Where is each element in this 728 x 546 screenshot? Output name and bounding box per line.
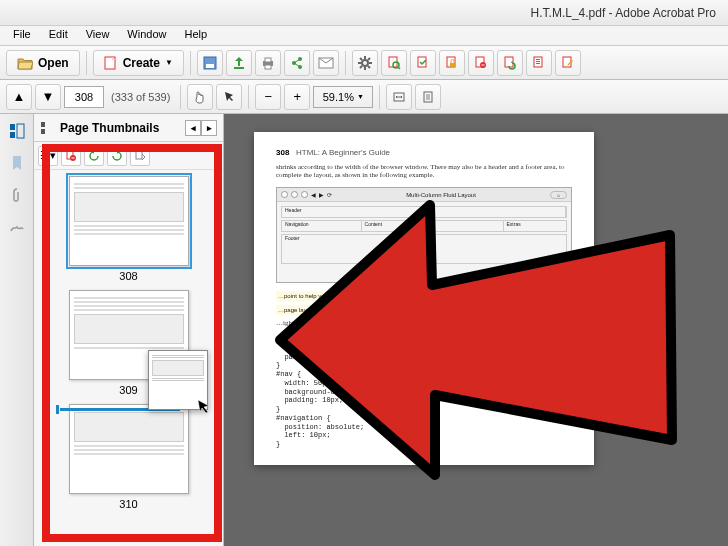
svg-rect-24 bbox=[563, 57, 571, 67]
svg-rect-31 bbox=[41, 122, 45, 127]
body-paragraph: shrinks according to the width of the br… bbox=[276, 163, 572, 179]
gear-icon[interactable] bbox=[352, 50, 378, 76]
svg-point-11 bbox=[362, 60, 368, 66]
caption: …ight look like: bbox=[276, 319, 572, 327]
select-tool-icon[interactable] bbox=[216, 84, 242, 110]
nav-toolbar: ▲ ▼ (333 of 539) − + 59.1% ▼ bbox=[0, 80, 728, 114]
thumbnail-310[interactable]: 310 bbox=[44, 404, 213, 510]
page-number: 308 bbox=[276, 148, 289, 157]
menu-file[interactable]: File bbox=[4, 26, 40, 45]
svg-rect-22 bbox=[536, 61, 540, 62]
cursor-icon bbox=[197, 399, 209, 415]
embedded-browser-figure: ◀▶⟳ Multi-Column Fluid Layout ⌂ Header N… bbox=[276, 187, 572, 283]
doc-form-icon[interactable] bbox=[526, 50, 552, 76]
svg-rect-35 bbox=[136, 151, 142, 159]
callout-2: …page layout, the following shows what t… bbox=[276, 305, 572, 315]
zoom-out-icon[interactable]: − bbox=[255, 84, 281, 110]
prev-thumb-icon[interactable]: ◂ bbox=[185, 120, 201, 136]
hand-tool-icon[interactable] bbox=[187, 84, 213, 110]
chapter-title: HTML: A Beginner's Guide bbox=[296, 148, 390, 157]
delete-page-icon[interactable] bbox=[61, 146, 81, 166]
doc-refresh-icon[interactable] bbox=[497, 50, 523, 76]
menu-view[interactable]: View bbox=[77, 26, 119, 45]
page-up-icon[interactable]: ▲ bbox=[6, 84, 32, 110]
open-label: Open bbox=[38, 56, 69, 70]
thumb-label: 310 bbox=[44, 498, 213, 510]
code-block: #header { margin: 10px 10px 0px 10px; pa… bbox=[276, 335, 572, 449]
doc-cancel-icon[interactable] bbox=[468, 50, 494, 76]
thumbnail-308[interactable]: 308 bbox=[44, 176, 213, 282]
menubar: File Edit View Window Help bbox=[0, 26, 728, 46]
svg-rect-23 bbox=[536, 63, 540, 64]
fit-width-icon[interactable] bbox=[386, 84, 412, 110]
menu-window[interactable]: Window bbox=[118, 26, 175, 45]
rotate-cw-icon[interactable] bbox=[107, 146, 127, 166]
bookmarks-tab-icon[interactable] bbox=[6, 152, 28, 174]
attachments-tab-icon[interactable] bbox=[6, 184, 28, 206]
thumbnails-icon bbox=[40, 121, 54, 135]
menu-edit[interactable]: Edit bbox=[40, 26, 77, 45]
share-icon[interactable] bbox=[284, 50, 310, 76]
page-308: 308 HTML: A Beginner's Guide shrinks acc… bbox=[254, 132, 594, 465]
svg-rect-16 bbox=[450, 63, 455, 67]
zoom-in-icon[interactable]: + bbox=[284, 84, 310, 110]
main-toolbar: Open Create ▼ bbox=[0, 46, 728, 80]
extract-page-icon[interactable] bbox=[130, 146, 150, 166]
doc-edit-icon[interactable] bbox=[555, 50, 581, 76]
svg-rect-29 bbox=[10, 132, 15, 138]
drag-page-ghost bbox=[148, 350, 208, 410]
fit-page-icon[interactable] bbox=[415, 84, 441, 110]
thumbnails-panel: Page Thumbnails ◂ ▸ ☰▾ 308 309 bbox=[34, 114, 224, 546]
create-button[interactable]: Create ▼ bbox=[93, 50, 184, 76]
side-tab-strip bbox=[0, 114, 34, 546]
thumb-label: 308 bbox=[44, 270, 213, 282]
page-count: (333 of 539) bbox=[111, 91, 170, 103]
page-down-icon[interactable]: ▼ bbox=[35, 84, 61, 110]
thumbnails-title: Page Thumbnails bbox=[60, 121, 159, 135]
print-icon[interactable] bbox=[255, 50, 281, 76]
svg-rect-2 bbox=[206, 64, 214, 68]
svg-rect-3 bbox=[234, 67, 244, 69]
open-button[interactable]: Open bbox=[6, 50, 80, 76]
next-thumb-icon[interactable]: ▸ bbox=[201, 120, 217, 136]
document-view[interactable]: 308 HTML: A Beginner's Guide shrinks acc… bbox=[224, 114, 728, 546]
svg-rect-21 bbox=[536, 59, 540, 60]
doc-search-icon[interactable] bbox=[381, 50, 407, 76]
mail-icon[interactable] bbox=[313, 50, 339, 76]
callout-1: …point to help you build the basic page … bbox=[276, 291, 572, 301]
options-icon[interactable]: ☰▾ bbox=[38, 146, 58, 166]
menu-help[interactable]: Help bbox=[175, 26, 216, 45]
signatures-tab-icon[interactable] bbox=[6, 216, 28, 238]
thumbnail-toolbar: ☰▾ bbox=[34, 142, 223, 170]
zoom-select[interactable]: 59.1% ▼ bbox=[313, 86, 373, 108]
svg-rect-5 bbox=[265, 58, 271, 62]
create-label: Create bbox=[123, 56, 160, 70]
save-icon[interactable] bbox=[197, 50, 223, 76]
thumbnails-tab-icon[interactable] bbox=[6, 120, 28, 142]
svg-rect-27 bbox=[426, 94, 430, 100]
window-titlebar: H.T.M.L_4.pdf - Adobe Acrobat Pro bbox=[0, 0, 728, 26]
doc-check-icon[interactable] bbox=[410, 50, 436, 76]
rotate-ccw-icon[interactable] bbox=[84, 146, 104, 166]
svg-rect-30 bbox=[17, 124, 24, 138]
svg-rect-6 bbox=[265, 65, 271, 69]
doc-lock-icon[interactable] bbox=[439, 50, 465, 76]
thumbnail-list[interactable]: 308 309 310 bbox=[34, 170, 223, 524]
upload-icon[interactable] bbox=[226, 50, 252, 76]
svg-rect-32 bbox=[41, 129, 45, 134]
svg-rect-28 bbox=[10, 124, 15, 130]
page-number-input[interactable] bbox=[64, 86, 104, 108]
